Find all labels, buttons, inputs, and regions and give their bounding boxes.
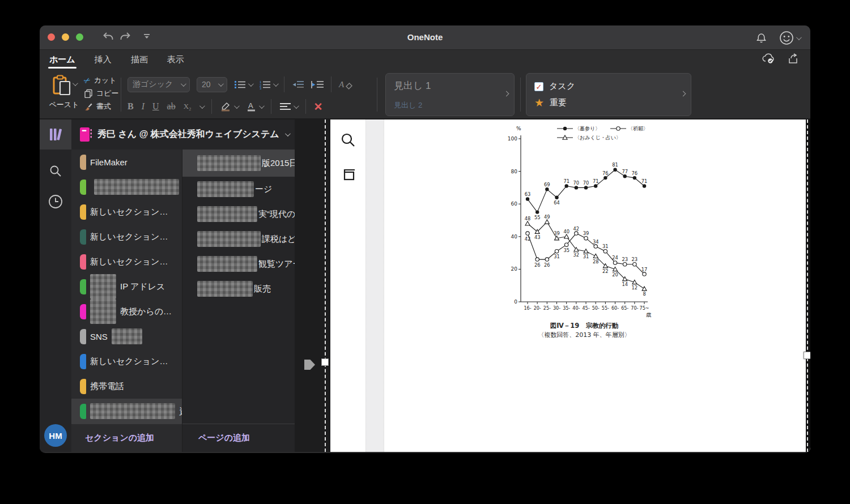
smiley-icon — [779, 31, 794, 45]
svg-text:40-: 40- — [572, 306, 580, 311]
add-section-button[interactable]: セクションの追加 — [85, 433, 154, 443]
svg-text:31: 31 — [583, 254, 589, 259]
underline-button[interactable]: U — [152, 101, 159, 112]
styles-gallery[interactable]: 見出し 1 見出し 2 — [385, 73, 515, 116]
svg-text:12: 12 — [632, 285, 638, 291]
svg-text:20: 20 — [612, 272, 618, 277]
font-family-select[interactable]: 游ゴシック — [128, 77, 190, 92]
notifications-button[interactable] — [756, 33, 767, 44]
page-item[interactable]: 実“現代の… — [182, 202, 295, 227]
svg-text:図Ⅳ－19 宗教的行動: 図Ⅳ－19 宗教的行動 — [550, 322, 619, 330]
indent-button[interactable] — [311, 80, 324, 89]
svg-text:14: 14 — [622, 281, 628, 287]
share-button[interactable] — [788, 53, 799, 64]
page-item[interactable]: 観覧ツアー — [182, 251, 295, 276]
tab-insert[interactable]: 挿入 — [94, 51, 113, 70]
tags-gallery[interactable]: ✓タスク ★重要 — [526, 73, 691, 116]
svg-text:23: 23 — [632, 257, 638, 262]
bullet-list-button[interactable] — [234, 80, 252, 89]
section-color-tab-icon — [80, 304, 86, 319]
italic-button[interactable]: I — [142, 101, 144, 112]
section-item[interactable]: SNS — [71, 324, 182, 349]
scissors-icon: ✂ — [82, 75, 92, 86]
tag-task[interactable]: ✓タスク — [534, 78, 683, 95]
subscript-button[interactable]: X₂ — [184, 102, 192, 111]
recent-notes-button[interactable] — [48, 194, 63, 211]
heading1-style[interactable]: 見出し 1 — [394, 79, 506, 92]
selection-handle-left[interactable] — [321, 358, 329, 366]
section-item[interactable]: FileMaker — [71, 150, 182, 174]
strikethrough-button[interactable]: ab — [167, 101, 176, 112]
section-item[interactable]: 新しいセクション… — [71, 249, 182, 274]
duplicate-page-button[interactable] — [341, 168, 356, 183]
tab-view[interactable]: 表示 — [166, 51, 185, 70]
chevron-down-icon — [248, 81, 254, 87]
page-tab-marker[interactable] — [304, 360, 315, 370]
tab-draw[interactable]: 描画 — [130, 51, 149, 70]
section-item[interactable]: 新しいセクション… — [71, 349, 182, 374]
svg-text:%: % — [516, 126, 521, 131]
bold-button[interactable]: B — [128, 101, 134, 112]
section-item[interactable] — [71, 174, 182, 199]
format-painter-button[interactable]: 書式 — [84, 101, 119, 112]
chevron-right-icon[interactable] — [504, 91, 509, 97]
note-page[interactable]: %02040608010016-20-25-30-35-40-45-50-55-… — [384, 119, 806, 452]
svg-text:43: 43 — [534, 234, 541, 240]
page-item[interactable]: 販売 — [182, 276, 295, 301]
section-item[interactable]: 新しいセクション… — [71, 199, 182, 224]
section-item-label: 新しいセクション… — [90, 207, 168, 217]
paragraph-alignment-button[interactable] — [279, 102, 298, 111]
section-color-tab-icon — [80, 180, 86, 195]
section-item[interactable]: 教授からの… — [71, 299, 182, 324]
font-color-button[interactable]: A — [246, 101, 263, 112]
cut-button[interactable]: ✂カット — [84, 75, 119, 86]
selection-handle-right[interactable] — [804, 352, 810, 359]
section-item[interactable]: 資料 — [71, 399, 182, 424]
svg-text:〈墓参り〉: 〈墓参り〉 — [575, 126, 600, 131]
paste-button[interactable]: ペースト — [48, 74, 80, 110]
svg-text:50-: 50- — [592, 306, 600, 311]
svg-text:31: 31 — [554, 254, 560, 259]
notebooks-rail-button[interactable] — [40, 119, 71, 150]
font-size-select[interactable]: 20 — [197, 77, 227, 92]
svg-text:69: 69 — [544, 182, 550, 187]
page-item[interactable]: 版2015日本… — [182, 150, 295, 177]
svg-text:A: A — [248, 101, 253, 110]
sync-status-button[interactable] — [762, 53, 775, 64]
delete-button[interactable]: ✕ — [314, 100, 323, 113]
page-canvas[interactable]: %02040608010016-20-25-30-35-40-45-50-55-… — [295, 119, 810, 452]
page-search-button[interactable] — [340, 132, 356, 150]
section-item-label: 新しいセクション… — [90, 232, 168, 242]
religious-behavior-chart[interactable]: %02040608010016-20-25-30-35-40-45-50-55-… — [507, 122, 660, 348]
svg-text:70: 70 — [573, 180, 580, 186]
page-item[interactable]: ージ — [182, 177, 295, 202]
copy-button[interactable]: コピー — [84, 88, 119, 99]
svg-text:40: 40 — [563, 229, 570, 234]
section-pane: FileMaker新しいセクション…新しいセクション…新しいセクション…IP ア… — [71, 150, 182, 452]
account-avatar[interactable]: HM — [44, 424, 67, 447]
tag-important[interactable]: ★重要 — [534, 95, 683, 111]
notebook-switcher[interactable]: 秀巳 さん @ 株式会社秀和ウェイブシステム — [71, 119, 295, 150]
redacted-text — [197, 256, 257, 272]
numbered-list-button[interactable]: 123 — [259, 80, 277, 89]
clear-formatting-button[interactable]: A — [338, 79, 353, 90]
section-item[interactable]: 携帯電話 — [71, 374, 182, 399]
feedback-menu-button[interactable] — [779, 31, 800, 45]
page-item[interactable]: 課税はど… — [182, 227, 295, 251]
svg-text:63: 63 — [525, 191, 531, 197]
svg-text:70-: 70- — [631, 306, 638, 311]
search-rail-button[interactable] — [49, 164, 62, 180]
tab-home[interactable]: ホーム — [48, 51, 76, 70]
svg-text:71: 71 — [563, 178, 570, 184]
add-page-button[interactable]: ページの追加 — [198, 433, 250, 443]
copy-icon — [84, 89, 93, 98]
svg-text:〈祈願〉: 〈祈願〉 — [628, 126, 648, 131]
highlight-color-button[interactable] — [220, 101, 238, 112]
section-item[interactable]: 新しいセクション… — [71, 224, 182, 249]
share-icon — [788, 53, 799, 64]
heading2-style[interactable]: 見出し 2 — [394, 100, 506, 110]
redacted-text — [197, 231, 261, 247]
page-margin — [366, 119, 384, 452]
section-item[interactable]: IP アドレス — [71, 274, 182, 299]
outdent-button[interactable] — [291, 80, 304, 89]
